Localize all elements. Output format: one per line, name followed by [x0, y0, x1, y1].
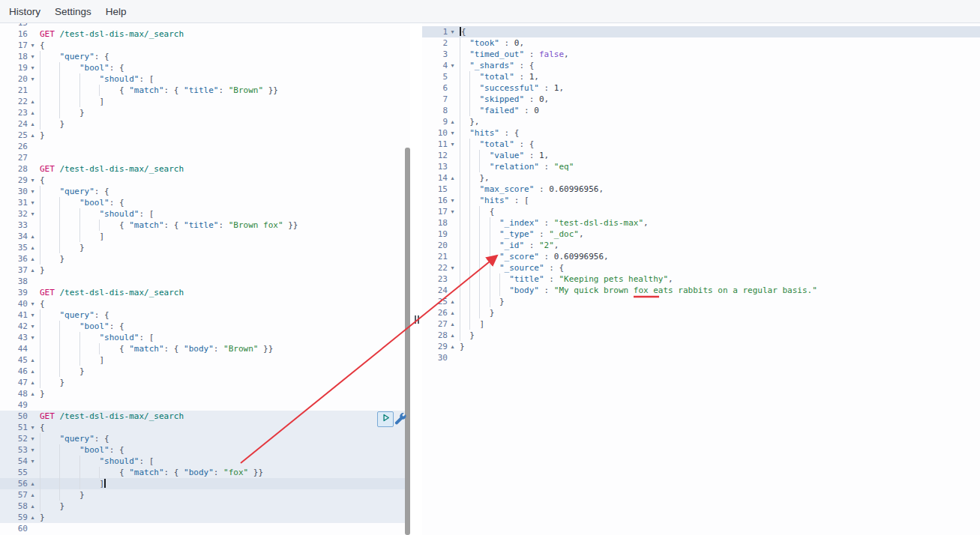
fold-close-icon[interactable]: ▴: [28, 489, 37, 501]
menu-item-settings[interactable]: Settings: [52, 6, 94, 17]
request-line-45[interactable]: 45▴]: [0, 354, 405, 366]
request-line-51[interactable]: 51▾{: [0, 422, 405, 433]
fold-close-icon[interactable]: ▴: [28, 512, 37, 523]
request-line-20[interactable]: 20▾"should": [: [0, 73, 405, 85]
request-options-button[interactable]: [394, 413, 406, 425]
response-line-10[interactable]: 10▾"hits" : {: [422, 127, 980, 139]
request-line-59[interactable]: 59▴}: [0, 512, 405, 523]
fold-close-icon[interactable]: ▴: [448, 172, 457, 184]
response-line-7[interactable]: 7"skipped" : 0,: [422, 94, 980, 105]
request-line-29[interactable]: 29▾{: [0, 175, 405, 186]
fold-open-icon[interactable]: ▾: [448, 26, 457, 37]
response-line-11[interactable]: 11▾"total" : {: [422, 139, 980, 150]
fold-open-icon[interactable]: ▾: [28, 298, 37, 309]
fold-open-icon[interactable]: ▾: [28, 456, 37, 467]
fold-close-icon[interactable]: ▴: [448, 116, 457, 127]
request-line-47[interactable]: 47▴}: [0, 377, 405, 388]
request-line-19[interactable]: 19▾"bool": {: [0, 62, 405, 73]
response-line-28[interactable]: 28▴}: [422, 330, 980, 341]
response-line-3[interactable]: 3"timed_out" : false,: [422, 49, 980, 60]
request-line-48[interactable]: 48▴}: [0, 388, 405, 399]
fold-close-icon[interactable]: ▴: [28, 130, 37, 141]
scrollbar-thumb[interactable]: [405, 148, 410, 535]
fold-open-icon[interactable]: ▾: [448, 60, 457, 71]
response-line-30[interactable]: 30: [422, 352, 980, 363]
fold-close-icon[interactable]: ▴: [28, 501, 37, 512]
fold-open-icon[interactable]: ▾: [28, 197, 37, 208]
fold-close-icon[interactable]: ▴: [448, 341, 457, 352]
fold-close-icon[interactable]: ▴: [448, 307, 457, 318]
fold-close-icon[interactable]: ▴: [448, 296, 457, 307]
request-line-32[interactable]: 32▾"should": [: [0, 208, 405, 220]
request-line-37[interactable]: 37▴}: [0, 265, 405, 276]
panel-resize-divider[interactable]: [410, 23, 422, 535]
request-line-23[interactable]: 23▴}: [0, 107, 405, 118]
request-line-21[interactable]: 21{ "match": { "title": "Brown" }}: [0, 85, 405, 96]
response-line-6[interactable]: 6"successful" : 1,: [422, 82, 980, 94]
response-line-18[interactable]: 18"_index" : "test-dsl-dis-max",: [422, 217, 980, 229]
response-line-29[interactable]: 29▴}: [422, 341, 980, 352]
request-editor-scrollbar[interactable]: [405, 23, 410, 535]
fold-close-icon[interactable]: ▴: [448, 330, 457, 341]
request-line-52[interactable]: 52▾"query": {: [0, 433, 405, 444]
fold-close-icon[interactable]: ▴: [448, 318, 457, 330]
fold-open-icon[interactable]: ▾: [28, 62, 37, 73]
fold-close-icon[interactable]: ▴: [28, 478, 37, 489]
resize-handle-icon[interactable]: [415, 315, 419, 324]
response-line-19[interactable]: 19"_type" : "_doc",: [422, 229, 980, 240]
request-line-57[interactable]: 57▴}: [0, 489, 405, 501]
request-line-24[interactable]: 24▴}: [0, 118, 405, 130]
response-line-2[interactable]: 2"took" : 0,: [422, 37, 980, 49]
request-line-55[interactable]: 55{ "match": { "body": "fox" }}: [0, 467, 405, 478]
request-line-56[interactable]: 56▴]: [0, 478, 405, 489]
fold-close-icon[interactable]: ▴: [28, 366, 37, 377]
fold-close-icon[interactable]: ▴: [28, 354, 37, 366]
request-line-50[interactable]: 50GET /test-dsl-dis-max/_search: [0, 411, 405, 422]
request-line-40[interactable]: 40▾{: [0, 298, 405, 309]
fold-close-icon[interactable]: ▴: [28, 388, 37, 399]
request-line-35[interactable]: 35▴}: [0, 242, 405, 253]
fold-open-icon[interactable]: ▾: [448, 139, 457, 150]
fold-close-icon[interactable]: ▴: [28, 107, 37, 118]
response-line-8[interactable]: 8"failed" : 0: [422, 105, 980, 116]
request-line-28[interactable]: 28GET /test-dsl-dis-max/_search: [0, 163, 405, 175]
response-line-15[interactable]: 15"max_score" : 0.60996956,: [422, 184, 980, 195]
fold-open-icon[interactable]: ▾: [448, 127, 457, 139]
response-line-1[interactable]: 1▾{: [422, 26, 980, 37]
response-line-20[interactable]: 20"_id" : "2",: [422, 240, 980, 251]
response-line-25[interactable]: 25▴}: [422, 296, 980, 307]
request-line-41[interactable]: 41▾"query": {: [0, 309, 405, 321]
fold-open-icon[interactable]: ▾: [28, 73, 37, 85]
response-line-23[interactable]: 23"title" : "Keeping pets healthy",: [422, 273, 980, 285]
fold-open-icon[interactable]: ▾: [28, 444, 37, 456]
response-line-13[interactable]: 13"relation" : "eq": [422, 161, 980, 172]
request-line-58[interactable]: 58▴}: [0, 501, 405, 512]
menu-item-history[interactable]: History: [7, 6, 43, 17]
request-editor[interactable]: 1516GET /test-dsl-dis-max/_search17▾{18▾…: [0, 23, 405, 535]
request-line-46[interactable]: 46▴}: [0, 366, 405, 377]
fold-open-icon[interactable]: ▾: [28, 309, 37, 321]
request-line-39[interactable]: 39GET /test-dsl-dis-max/_search: [0, 287, 405, 298]
request-line-22[interactable]: 22▴]: [0, 96, 405, 107]
request-line-31[interactable]: 31▾"bool": {: [0, 197, 405, 208]
request-line-27[interactable]: 27: [0, 152, 405, 163]
fold-open-icon[interactable]: ▾: [448, 195, 457, 206]
response-line-26[interactable]: 26▴}: [422, 307, 980, 318]
request-line-15[interactable]: 15: [0, 23, 405, 28]
fold-open-icon[interactable]: ▾: [28, 51, 37, 62]
response-line-9[interactable]: 9▴},: [422, 116, 980, 127]
request-line-33[interactable]: 33{ "match": { "title": "Brown fox" }}: [0, 220, 405, 231]
fold-open-icon[interactable]: ▾: [28, 332, 37, 343]
fold-open-icon[interactable]: ▾: [28, 422, 37, 433]
fold-open-icon[interactable]: ▾: [28, 321, 37, 332]
fold-open-icon[interactable]: ▾: [448, 262, 457, 273]
response-line-24[interactable]: 24"body" : "My quick brown fox eats rabb…: [422, 285, 980, 296]
fold-open-icon[interactable]: ▾: [448, 206, 457, 217]
request-line-38[interactable]: 38: [0, 276, 405, 287]
response-line-14[interactable]: 14▴},: [422, 172, 980, 184]
response-line-12[interactable]: 12"value" : 1,: [422, 150, 980, 161]
fold-open-icon[interactable]: ▾: [28, 208, 37, 220]
request-line-16[interactable]: 16GET /test-dsl-dis-max/_search: [0, 28, 405, 40]
response-line-22[interactable]: 22▾"_source" : {: [422, 262, 980, 273]
fold-open-icon[interactable]: ▾: [28, 175, 37, 186]
